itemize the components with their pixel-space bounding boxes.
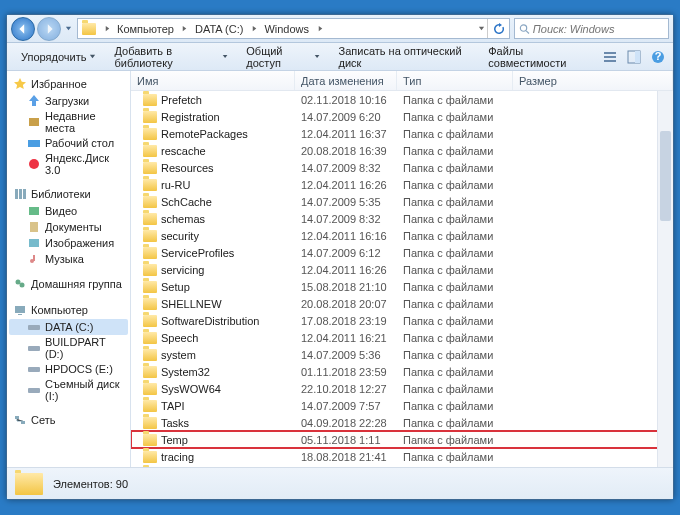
file-row[interactable]: Temp05.11.2018 1:11Папка с файлами [131, 431, 673, 448]
file-row[interactable]: TAPI14.07.2009 7:57Папка с файлами [131, 397, 673, 414]
svg-rect-3 [604, 60, 616, 62]
col-name[interactable]: Имя [131, 71, 295, 90]
favorites-header[interactable]: Избранное [9, 75, 128, 93]
chevron-icon[interactable] [248, 25, 260, 32]
add-to-library-button[interactable]: Добавить в библиотеку [106, 42, 236, 72]
file-type: Папка с файлами [397, 417, 513, 429]
burn-button[interactable]: Записать на оптический диск [331, 42, 479, 72]
svg-text:?: ? [655, 50, 662, 62]
file-row[interactable]: Resources14.07.2009 8:32Папка с файлами [131, 159, 673, 176]
breadcrumb-seg[interactable]: DATA (C:) [191, 19, 248, 38]
sidebar-item[interactable]: HPDOCS (E:) [9, 361, 128, 377]
breadcrumb-bar[interactable]: Компьютер DATA (C:) Windows [77, 18, 510, 39]
organize-button[interactable]: Упорядочить [13, 48, 104, 66]
navigation-pane: Избранное Загрузки Недавние места Рабочи… [7, 71, 131, 467]
file-row[interactable]: ServiceProfiles14.07.2009 6:12Папка с фа… [131, 244, 673, 261]
search-input[interactable] [533, 23, 664, 35]
file-row[interactable]: Tasks04.09.2018 22:28Папка с файлами [131, 414, 673, 431]
svg-rect-27 [15, 416, 19, 419]
sidebar-item[interactable]: Съемный диск (I:) [9, 377, 128, 403]
file-row[interactable]: SHELLNEW20.08.2018 20:07Папка с файлами [131, 295, 673, 312]
search-box[interactable] [514, 18, 669, 39]
file-type: Папка с файлами [397, 434, 513, 446]
file-row[interactable]: schemas14.07.2009 8:32Папка с файлами [131, 210, 673, 227]
file-name: security [161, 230, 199, 242]
file-date: 14.07.2009 5:35 [295, 196, 397, 208]
sidebar-item[interactable]: Изображения [9, 235, 128, 251]
chevron-icon[interactable] [179, 25, 191, 32]
sidebar-item[interactable]: Рабочий стол [9, 135, 128, 151]
file-name: Resources [161, 162, 214, 174]
file-row[interactable]: Registration14.07.2009 6:20Папка с файла… [131, 108, 673, 125]
file-type: Папка с файлами [397, 400, 513, 412]
sidebar-item-data-c[interactable]: DATA (C:) [9, 319, 128, 335]
chevron-icon[interactable] [314, 25, 326, 32]
libraries-header[interactable]: Библиотеки [9, 185, 128, 203]
file-row[interactable]: Speech12.04.2011 16:21Папка с файлами [131, 329, 673, 346]
file-row[interactable]: RemotePackages12.04.2011 16:37Папка с фа… [131, 125, 673, 142]
file-row[interactable]: SysWOW6422.10.2018 12:27Папка с файлами [131, 380, 673, 397]
sidebar-item[interactable]: BUILDPART (D:) [9, 335, 128, 361]
file-type: Папка с файлами [397, 162, 513, 174]
file-row[interactable]: security12.04.2011 16:16Папка с файлами [131, 227, 673, 244]
share-button[interactable]: Общий доступ [238, 42, 328, 72]
file-row[interactable]: ru-RU12.04.2011 16:26Папка с файлами [131, 176, 673, 193]
file-row[interactable]: servicing12.04.2011 16:26Папка с файлами [131, 261, 673, 278]
file-name: tracing [161, 451, 194, 463]
file-row[interactable]: SchCache14.07.2009 5:35Папка с файлами [131, 193, 673, 210]
file-row[interactable]: System3201.11.2018 23:59Папка с файлами [131, 363, 673, 380]
status-count: 90 [116, 478, 128, 490]
col-type[interactable]: Тип [397, 71, 513, 90]
path-dropdown[interactable] [475, 25, 487, 32]
file-row[interactable]: SoftwareDistribution17.08.2018 23:19Папк… [131, 312, 673, 329]
computer-header[interactable]: Компьютер [9, 301, 128, 319]
sidebar-item[interactable]: Недавние места [9, 109, 128, 135]
forward-button[interactable] [37, 17, 61, 41]
folder-icon [143, 332, 157, 344]
sidebar-item[interactable]: Документы [9, 219, 128, 235]
col-size[interactable]: Размер [513, 71, 673, 90]
chevron-icon[interactable] [101, 25, 113, 32]
history-dropdown[interactable] [63, 17, 73, 41]
folder-icon [143, 94, 157, 106]
breadcrumb-icon[interactable] [78, 19, 101, 38]
back-button[interactable] [11, 17, 35, 41]
address-bar: Компьютер DATA (C:) Windows [7, 15, 673, 43]
file-name: servicing [161, 264, 204, 276]
file-row[interactable]: system14.07.2009 5:36Папка с файлами [131, 346, 673, 363]
file-name: SHELLNEW [161, 298, 222, 310]
compatibility-files-button[interactable]: Файлы совместимости [480, 42, 599, 72]
file-type: Папка с файлами [397, 145, 513, 157]
file-row[interactable]: rescache20.08.2018 16:39Папка с файлами [131, 142, 673, 159]
breadcrumb-seg[interactable]: Компьютер [113, 19, 179, 38]
col-date[interactable]: Дата изменения [295, 71, 397, 90]
file-row[interactable]: tracing18.08.2018 21:41Папка с файлами [131, 448, 673, 465]
svg-rect-14 [29, 207, 39, 215]
file-row[interactable]: Setup15.08.2018 21:10Папка с файлами [131, 278, 673, 295]
scrollbar-thumb[interactable] [660, 131, 671, 221]
view-options-button[interactable] [601, 48, 619, 66]
preview-pane-button[interactable] [625, 48, 643, 66]
vertical-scrollbar[interactable] [657, 91, 673, 467]
column-headers[interactable]: Имя Дата изменения Тип Размер [131, 71, 673, 91]
help-button[interactable]: ? [649, 48, 667, 66]
file-row[interactable]: Prefetch02.11.2018 10:16Папка с файлами [131, 91, 673, 108]
network-header[interactable]: Сеть [9, 411, 128, 429]
search-icon [519, 23, 530, 35]
file-row[interactable]: twain_3214.07.2009 8:42Папка с файлами [131, 465, 673, 467]
sidebar-item[interactable]: Яндекс.Диск 3.0 [9, 151, 128, 177]
sidebar-item[interactable]: Музыка [9, 251, 128, 267]
file-type: Папка с файлами [397, 196, 513, 208]
sidebar-item[interactable]: Видео [9, 203, 128, 219]
file-type: Папка с файлами [397, 451, 513, 463]
file-date: 12.04.2011 16:16 [295, 230, 397, 242]
file-date: 15.08.2018 21:10 [295, 281, 397, 293]
file-type: Папка с файлами [397, 349, 513, 361]
file-name: rescache [161, 145, 206, 157]
homegroup-header[interactable]: Домашняя группа [9, 275, 128, 293]
sidebar-item[interactable]: Загрузки [9, 93, 128, 109]
status-bar: Элементов: 90 [7, 467, 673, 499]
file-type: Папка с файлами [397, 315, 513, 327]
breadcrumb-seg[interactable]: Windows [260, 19, 314, 38]
refresh-button[interactable] [487, 18, 509, 39]
